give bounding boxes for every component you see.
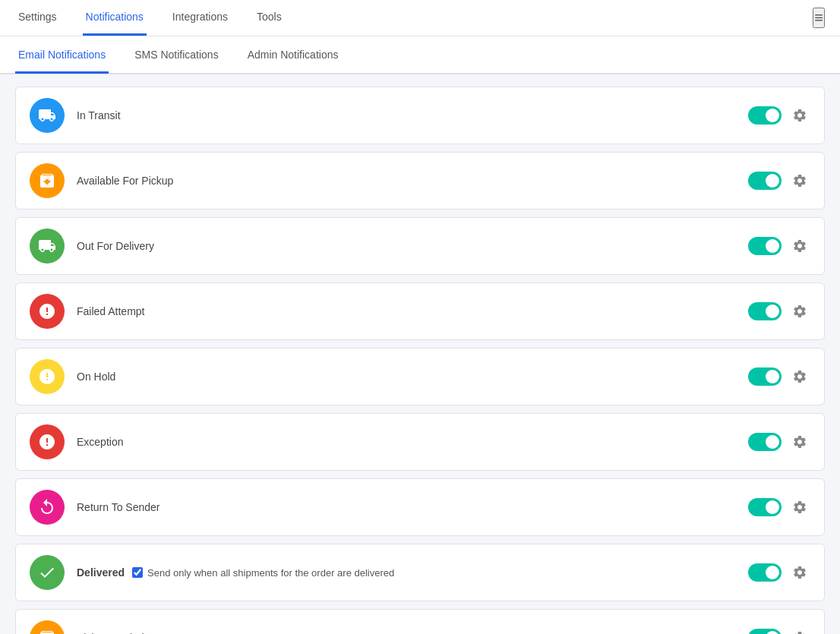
pickup-reminder-toggle[interactable] [748,629,782,634]
available-pickup-icon [30,163,65,198]
failed-attempt-controls [748,302,810,320]
out-for-delivery-icon [30,229,65,263]
return-to-sender-controls [748,498,810,516]
tab-tools[interactable]: Tools [254,0,285,36]
failed-attempt-toggle[interactable] [748,302,782,320]
exception-label: Exception [77,436,123,448]
delivered-checkbox-label[interactable]: Send only when all shipments for the ord… [132,567,394,579]
available-pickup-toggle[interactable] [748,172,782,190]
in-transit-toggle[interactable] [748,106,782,125]
notification-row-on-hold: On Hold [15,348,825,405]
exception-toggle[interactable] [748,433,782,451]
notification-row-pickup-reminder: Pickup reminder [15,609,825,634]
in-transit-settings-button[interactable] [789,106,810,125]
in-transit-controls [748,106,810,125]
in-transit-label: In Transit [77,109,121,121]
on-hold-icon [30,359,65,394]
top-nav-tabs: Settings Notifications Integrations Tool… [15,0,813,36]
return-to-sender-settings-button[interactable] [789,498,810,516]
delivered-checkbox-text: Send only when all shipments for the ord… [147,567,394,579]
on-hold-controls [748,367,810,386]
sub-navigation: Email Notifications SMS Notifications Ad… [0,36,840,74]
tab-email-notifications[interactable]: Email Notifications [15,38,109,74]
failed-attempt-settings-button[interactable] [789,302,810,320]
pickup-reminder-controls [748,629,810,634]
notification-row-exception: Exception [15,413,825,471]
delivered-checkbox[interactable] [132,567,143,578]
notification-row-return-to-sender: Return To Sender [15,478,825,536]
tab-admin-notifications[interactable]: Admin Notifications [245,38,342,74]
pickup-reminder-icon [30,620,65,634]
tab-settings[interactable]: Settings [15,0,60,36]
top-navigation: Settings Notifications Integrations Tool… [0,0,840,36]
return-to-sender-toggle[interactable] [748,498,782,516]
out-for-delivery-label: Out For Delivery [77,240,154,252]
out-for-delivery-toggle[interactable] [748,237,782,255]
notifications-list: In TransitAvailable For PickupOut For De… [0,74,840,634]
return-to-sender-label: Return To Sender [77,501,159,513]
notification-row-available-pickup: Available For Pickup [15,152,825,210]
available-pickup-label: Available For Pickup [77,175,173,187]
delivered-icon [30,555,65,590]
exception-controls [748,433,810,451]
tab-integrations[interactable]: Integrations [169,0,231,36]
failed-attempt-icon [30,294,65,329]
exception-settings-button[interactable] [789,433,810,451]
delivered-label: Delivered [77,566,125,579]
failed-attempt-label: Failed Attempt [77,305,145,317]
available-pickup-controls [748,172,810,190]
pickup-reminder-settings-button[interactable] [789,629,810,634]
on-hold-settings-button[interactable] [789,367,810,386]
notification-row-out-for-delivery: Out For Delivery [15,217,825,275]
out-for-delivery-settings-button[interactable] [789,237,810,255]
hamburger-menu-button[interactable]: ≡ [813,8,825,28]
out-for-delivery-controls [748,237,810,255]
notification-row-in-transit: In Transit [15,87,825,144]
on-hold-label: On Hold [77,371,115,383]
delivered-controls [748,563,810,582]
in-transit-icon [30,98,65,133]
on-hold-toggle[interactable] [748,367,782,386]
tab-sms-notifications[interactable]: SMS Notifications [131,38,221,74]
return-to-sender-icon [30,490,65,525]
notification-row-delivered: Delivered Send only when all shipments f… [15,544,825,601]
delivered-settings-button[interactable] [789,563,810,582]
available-pickup-settings-button[interactable] [789,172,810,190]
notification-row-failed-attempt: Failed Attempt [15,282,825,340]
delivered-toggle[interactable] [748,563,782,582]
exception-icon [30,424,65,459]
tab-notifications[interactable]: Notifications [83,0,147,36]
